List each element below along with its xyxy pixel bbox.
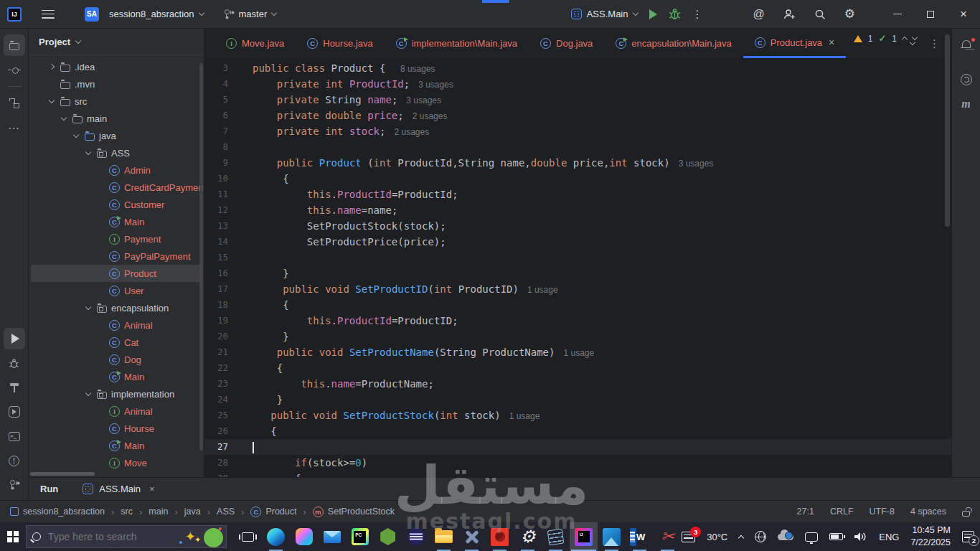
tree-chevron[interactable]: [47, 65, 56, 69]
code-line[interactable]: 29 {: [204, 471, 951, 477]
inspections-widget[interactable]: 1 ✓ 1: [854, 33, 917, 44]
code-line[interactable]: 28 if(stock>=0): [204, 455, 951, 471]
tab-options-icon[interactable]: ⋮: [929, 40, 940, 47]
version-control-tool-button[interactable]: [4, 474, 25, 496]
line-number[interactable]: 29: [204, 471, 253, 477]
terminal-tool-button[interactable]: >_: [4, 425, 25, 447]
usages-hint[interactable]: 3 usages: [679, 159, 714, 169]
tree-item[interactable]: encapsulation: [31, 299, 202, 316]
line-number[interactable]: 27: [204, 439, 253, 455]
window-minimize-button[interactable]: [881, 0, 914, 29]
tree-item[interactable]: ASS: [31, 144, 202, 161]
code-line[interactable]: 12 this.name=name;: [204, 202, 951, 218]
file-encoding[interactable]: UTF-8: [870, 507, 895, 517]
tree-horizontal-scrollbar[interactable]: [30, 472, 95, 476]
usages-hint[interactable]: 3 usages: [418, 80, 453, 90]
usages-hint[interactable]: 3 usages: [406, 95, 441, 105]
maven-tool-button[interactable]: m: [956, 93, 977, 115]
more-tool-windows-button[interactable]: ⋯: [4, 117, 25, 138]
caret-position[interactable]: 27:1: [797, 507, 814, 517]
line-number[interactable]: 22: [204, 360, 253, 376]
code-line[interactable]: 13 SetProductStock(stock);: [204, 218, 951, 234]
tree-item[interactable]: IPayment: [31, 230, 202, 248]
breadcrumb-item[interactable]: mSetProductStock: [313, 507, 395, 517]
usages-hint[interactable]: 1 usage: [563, 348, 594, 358]
tray-overflow-chevron[interactable]: [739, 534, 743, 540]
debug-tool-button[interactable]: [4, 352, 25, 374]
code-line[interactable]: 24 }: [204, 392, 951, 408]
taskbar-app-photos[interactable]: [598, 522, 626, 551]
code-line[interactable]: 7 private int stock;2 usages: [204, 123, 951, 139]
unlock-icon[interactable]: [962, 511, 970, 517]
language-indicator[interactable]: ENG: [879, 532, 899, 542]
tree-item[interactable]: .mvn: [31, 75, 202, 93]
window-restore-button[interactable]: [914, 0, 947, 29]
previous-problem-icon[interactable]: [902, 37, 908, 42]
line-number[interactable]: 11: [204, 187, 253, 202]
taskbar-app-drone[interactable]: [458, 522, 486, 551]
tree-vertical-scrollbar[interactable]: [199, 63, 203, 451]
tree-item[interactable]: CHourse: [31, 420, 202, 437]
indent-setting[interactable]: 4 spaces: [910, 507, 946, 517]
action-center-icon[interactable]: 2: [962, 531, 974, 542]
code-line[interactable]: 3public class Product { 8 usages: [204, 60, 951, 76]
chevron-down-icon[interactable]: [75, 37, 81, 43]
start-button[interactable]: [0, 522, 26, 551]
search-everywhere-icon[interactable]: [814, 9, 826, 20]
code-line[interactable]: 23 this.name=ProductName;: [204, 376, 951, 392]
breadcrumb-item[interactable]: CProduct: [250, 507, 296, 517]
tree-item[interactable]: CUser: [31, 282, 202, 299]
line-number[interactable]: 21: [204, 344, 253, 360]
line-number[interactable]: 12: [204, 202, 253, 218]
editor-tab[interactable]: CDog.java: [529, 29, 604, 58]
code-line[interactable]: 11 this.ProductId=ProductId;: [204, 187, 951, 202]
editor-tab[interactable]: CProduct.java×: [743, 29, 846, 58]
project-selector[interactable]: session8_absraction: [109, 9, 204, 19]
structure-tool-button[interactable]: [4, 93, 25, 114]
code-line[interactable]: 22 {: [204, 360, 951, 376]
taskbar-app-eclipse[interactable]: [402, 522, 430, 551]
tree-chevron[interactable]: [84, 393, 93, 395]
taskbar-app-mail[interactable]: [318, 522, 346, 551]
code-line[interactable]: 26 {: [204, 423, 951, 439]
taskbar-app-edge[interactable]: [262, 522, 290, 551]
services-tool-button[interactable]: [4, 401, 25, 423]
taskbar-app-intellij[interactable]: IJ: [570, 522, 598, 551]
line-number[interactable]: 8: [204, 139, 253, 155]
tree-chevron[interactable]: [84, 307, 93, 309]
code-line[interactable]: 5 private String name;3 usages: [204, 92, 951, 108]
window-close-button[interactable]: ×: [947, 0, 980, 29]
code-line[interactable]: 25 public void SetProductStock(int stock…: [204, 408, 951, 423]
tree-item[interactable]: CAnimal: [31, 316, 202, 334]
taskbar-app-pycharm[interactable]: PC: [346, 522, 374, 551]
breadcrumb-item[interactable]: java: [184, 507, 201, 517]
widgets-news-icon[interactable]: 3: [682, 532, 695, 542]
line-number[interactable]: 3: [204, 60, 253, 76]
main-menu-icon[interactable]: [42, 10, 55, 19]
tree-item[interactable]: CCat: [31, 334, 202, 351]
taskbar-search[interactable]: ✦✦: [26, 525, 227, 548]
tree-item[interactable]: .idea: [31, 58, 202, 75]
next-problem-icon[interactable]: [912, 34, 918, 40]
line-ending[interactable]: CRLF: [830, 507, 854, 517]
tree-item[interactable]: CMain: [31, 368, 202, 385]
run-button[interactable]: [649, 9, 657, 19]
taskbar-app-file-explorer[interactable]: [430, 522, 458, 551]
editor-scrollbar[interactable]: [945, 34, 950, 227]
line-number[interactable]: 4: [204, 76, 253, 92]
settings-gear-icon[interactable]: ⚙: [844, 6, 855, 22]
code-line[interactable]: 15: [204, 250, 951, 265]
volume-icon[interactable]: [854, 532, 867, 542]
tree-chevron[interactable]: [72, 135, 80, 137]
code-line[interactable]: 9 public Product (int ProductId,String n…: [204, 155, 951, 171]
tree-item[interactable]: CCreditCardPayment: [31, 179, 202, 196]
more-actions-icon[interactable]: ⋮: [692, 11, 703, 18]
line-number[interactable]: 14: [204, 234, 253, 250]
commit-tool-button[interactable]: [4, 59, 25, 80]
line-number[interactable]: 17: [204, 281, 253, 297]
tree-item[interactable]: main: [31, 110, 202, 127]
close-icon[interactable]: ×: [149, 484, 155, 494]
code-line[interactable]: 18 {: [204, 297, 951, 313]
usages-hint[interactable]: 1 usage: [509, 411, 540, 421]
taskbar-app-word[interactable]: W: [626, 522, 654, 551]
